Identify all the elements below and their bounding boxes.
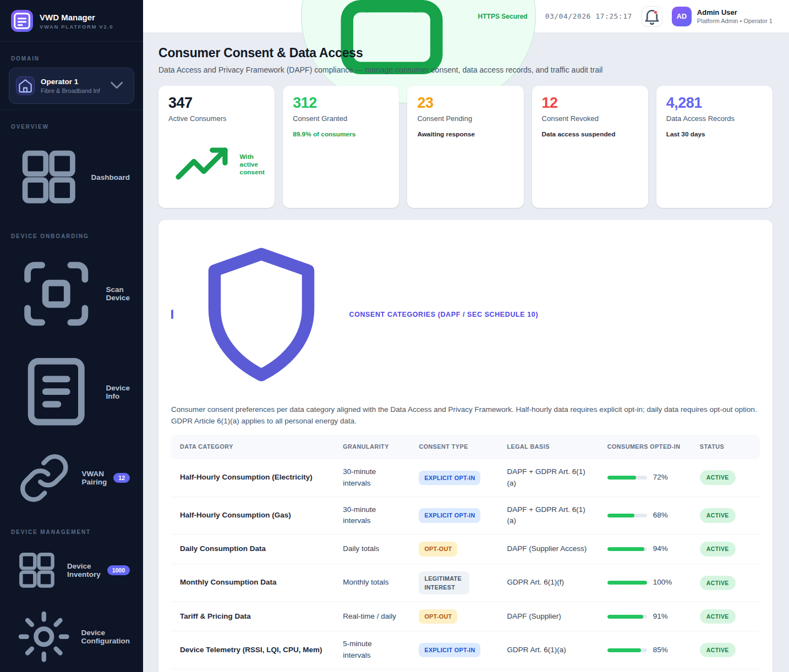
- status-cell: ACTIVE: [691, 669, 760, 672]
- status-badge: ACTIVE: [700, 470, 736, 484]
- status-cell: ACTIVE: [691, 459, 760, 497]
- count-badge: 1000: [107, 565, 130, 575]
- sidebar-item-label: Device Configuration: [81, 629, 130, 645]
- legal-basis-cell: DAPF + GDPR Art. 6(1)(a): [498, 497, 599, 535]
- nav-section-label-device-onboarding: DEVICE ONBOARDING: [0, 219, 143, 244]
- table-header-row: DATA CATEGORYGRANULARITYCONSENT TYPELEGA…: [171, 435, 760, 459]
- status-cell: ACTIVE: [691, 564, 760, 602]
- user-menu[interactable]: AD Admin User Platform Admin • Operator …: [672, 7, 772, 26]
- progress-fill: [607, 547, 645, 551]
- opt-in-progress: 91%: [607, 611, 682, 623]
- opt-in-percent: 94%: [653, 543, 668, 555]
- user-role: Platform Admin • Operator 1: [697, 18, 772, 24]
- sidebar-item-label: Device Info: [106, 384, 130, 400]
- progress-track: [607, 514, 647, 517]
- stat-card: 4,281 Data Access Records Last 30 days: [656, 86, 772, 208]
- sidebar-item-device-info[interactable]: Device Info: [7, 343, 136, 440]
- stat-value: 347: [168, 95, 265, 112]
- table-row: MQTT Traffic Metadata Per-message EXPLIC…: [171, 669, 760, 672]
- legal-basis-cell: DAPF (Supplier Access): [498, 535, 599, 564]
- stat-value: 4,281: [666, 95, 763, 112]
- opted-in-cell: 68%: [599, 497, 691, 535]
- home-icon: [16, 76, 35, 95]
- domain-section-label: DOMAIN: [0, 42, 143, 67]
- shield-outline-icon: [179, 232, 344, 397]
- stat-label: Data Access Records: [666, 114, 763, 123]
- status-badge: ACTIVE: [700, 542, 736, 556]
- opt-in-progress: 94%: [607, 543, 682, 555]
- stat-label: Consent Revoked: [542, 114, 638, 123]
- stat-label: Consent Granted: [293, 114, 389, 123]
- granularity-cell: Real-time / daily: [334, 602, 410, 631]
- notifications-button[interactable]: [642, 6, 662, 27]
- app-version: VWAN PLATFORM V2.0: [40, 24, 113, 30]
- bell-icon: [642, 7, 662, 26]
- progress-track: [607, 476, 647, 480]
- sidebar-item-scan-device[interactable]: Scan Device: [7, 245, 136, 342]
- stat-cards: 347 Active Consumers With active consent…: [158, 86, 772, 208]
- opt-in-percent: 91%: [653, 611, 668, 623]
- opt-in-progress: 68%: [607, 510, 682, 521]
- data-category-cell: Monthly Consumption Data: [171, 564, 334, 602]
- status-cell: ACTIVE: [691, 602, 760, 631]
- status-badge: ACTIVE: [700, 643, 736, 657]
- column-header-status: STATUS: [691, 435, 760, 459]
- sidebar-item-label: Scan Device: [106, 285, 130, 302]
- granularity-cell: Monthly totals: [334, 564, 410, 602]
- consent-type-cell: EXPLICIT OPT-IN: [410, 631, 498, 669]
- progress-fill: [607, 514, 634, 517]
- stat-note: Awaiting response: [417, 130, 513, 138]
- granularity-cell: 30-minute intervals: [334, 459, 410, 497]
- sidebar-item-device-configuration[interactable]: Device Configuration: [7, 601, 136, 672]
- main-area: HTTPS Secured 03/04/2026 17:25:17 AD Adm…: [143, 0, 789, 672]
- data-category-cell: Half-Hourly Consumption (Electricity): [171, 459, 334, 497]
- legal-basis-cell: DAPF + GDPR Art. 6(1)(a): [498, 459, 599, 497]
- domain-subtitle: Fibre & Broadband Inf: [41, 87, 100, 94]
- page-title: Consumer Consent & Data Access: [158, 46, 772, 60]
- opted-in-cell: 100%: [599, 564, 691, 602]
- data-category-cell: Daily Consumption Data: [171, 535, 334, 564]
- dashboard-icon: [13, 141, 84, 212]
- chevron-down-icon: [106, 74, 127, 97]
- consent-type-cell: OPT-OUT: [410, 602, 498, 631]
- page-subtitle: Data Access and Privacy Framework (DAPF)…: [158, 65, 772, 74]
- stat-note: Data access suspended: [542, 130, 638, 138]
- domain-selector[interactable]: Operator 1 Fibre & Broadband Inf: [9, 68, 134, 104]
- progress-track: [607, 648, 647, 652]
- datetime: 03/04/2026 17:25:17: [545, 12, 632, 20]
- sidebar-item-device-inventory[interactable]: Device Inventory 1000: [7, 541, 136, 599]
- opt-in-percent: 72%: [653, 472, 668, 483]
- sidebar-item-vwan-pairing[interactable]: VWAN Pairing 12: [7, 442, 136, 515]
- column-header-data-category: DATA CATEGORY: [171, 435, 334, 459]
- consent-panel-title: CONSENT CATEGORIES (DAPF / SEC SCHEDULE …: [349, 311, 539, 318]
- opted-in-cell: 85%: [599, 631, 691, 669]
- sidebar-item-dashboard[interactable]: Dashboard: [7, 136, 136, 218]
- consent-type-pill: OPT-OUT: [419, 609, 457, 624]
- trend-up-icon: [168, 130, 237, 199]
- consent-type-cell: OPT-OUT: [410, 535, 498, 564]
- column-header-consumers-opted-in: CONSUMERS OPTED-IN: [599, 435, 691, 459]
- stat-label: Active Consumers: [168, 114, 265, 123]
- consent-panel-header: CONSENT CATEGORIES (DAPF / SEC SCHEDULE …: [171, 232, 760, 397]
- sidebar-nav: OVERVIEW Dashboard DEVICE ONBOARDING Sca…: [0, 110, 143, 672]
- legal-basis-cell: GDPR Art. 6(1)(a): [498, 631, 599, 669]
- status-badge: ACTIVE: [700, 576, 736, 590]
- table-row: Monthly Consumption Data Monthly totals …: [171, 564, 760, 602]
- stat-value: 12: [542, 95, 638, 112]
- consent-type-cell: EXPLICIT OPT-IN: [410, 459, 498, 497]
- stat-note: With active consent: [168, 130, 265, 199]
- progress-fill: [607, 648, 641, 652]
- granularity-cell: 30-minute intervals: [334, 497, 410, 535]
- opt-in-percent: 68%: [653, 510, 668, 521]
- stat-value: 312: [293, 95, 389, 112]
- table-row: Tariff & Pricing Data Real-time / daily …: [171, 602, 760, 631]
- avatar: AD: [672, 7, 692, 26]
- opted-in-cell: 91%: [599, 602, 691, 631]
- https-secured-label: HTTPS Secured: [478, 13, 528, 20]
- opt-in-percent: 85%: [653, 645, 668, 656]
- stat-card: 312 Consent Granted 89.9% of consumers: [283, 86, 399, 208]
- legal-basis-cell: DAPF (Supplier): [498, 602, 599, 631]
- consent-type-cell: EXPLICIT OPT-IN: [410, 669, 498, 672]
- status-cell: ACTIVE: [691, 535, 760, 564]
- consent-type-pill: OPT-OUT: [419, 542, 457, 556]
